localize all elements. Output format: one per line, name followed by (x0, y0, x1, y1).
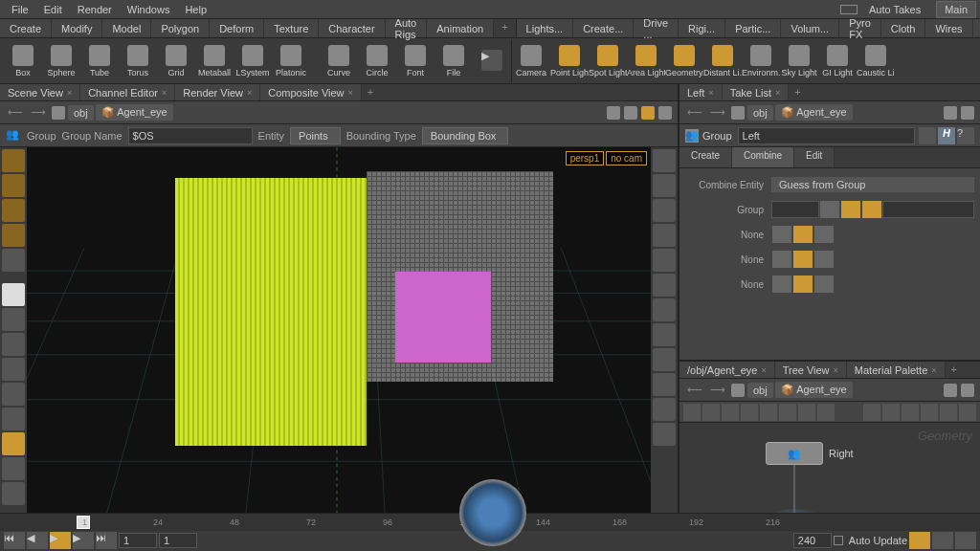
add-tab-icon[interactable]: + (946, 362, 963, 378)
display-btn[interactable] (653, 348, 676, 371)
tab-channel-editor[interactable]: Channel Editor× (80, 84, 175, 100)
combine-entity-dropdown[interactable]: Guess from Group (771, 177, 974, 192)
shelf-tab[interactable]: Animation (427, 19, 494, 37)
shelf-tab[interactable]: Fur (973, 19, 980, 37)
tool-gilight[interactable]: GI Light (818, 40, 857, 82)
close-icon[interactable]: × (348, 88, 353, 98)
tool-torus[interactable]: Torus (119, 40, 157, 82)
tab-create[interactable]: Create (679, 147, 732, 167)
op-btn[interactable] (793, 276, 813, 293)
menu-btn[interactable] (772, 251, 791, 268)
display-btn[interactable] (653, 298, 676, 321)
display-btn[interactable] (653, 423, 676, 446)
next-frame-button[interactable]: ▶ (73, 532, 94, 549)
view-icon[interactable] (624, 106, 637, 120)
shelf-tab[interactable]: Auto Rigs (386, 19, 428, 37)
tab-path[interactable]: /obj/Agent_eye× (679, 362, 775, 378)
net-btn[interactable] (702, 404, 720, 421)
net-btn[interactable] (882, 404, 900, 421)
take-menu-dropdown[interactable]: Main (936, 1, 976, 18)
menu-edit[interactable]: Edit (36, 2, 70, 17)
close-icon[interactable]: × (247, 88, 252, 98)
tool-more[interactable]: ▶ (473, 40, 511, 82)
net-btn[interactable] (817, 404, 835, 421)
node-right[interactable]: 👥 Right (766, 442, 854, 465)
home-icon[interactable] (52, 106, 65, 120)
tool-circle[interactable]: Circle (358, 40, 396, 82)
tool-pointlight[interactable]: Point Light (550, 40, 589, 82)
display-btn[interactable] (653, 199, 676, 222)
close-icon[interactable]: × (708, 88, 713, 98)
display-btn[interactable] (653, 224, 676, 247)
group-name-input[interactable] (128, 127, 253, 144)
shelf-tab[interactable]: Pyro FX (839, 19, 881, 37)
cancel-button[interactable] (955, 532, 976, 549)
group-field[interactable] (771, 201, 819, 218)
tool-grid[interactable]: Grid (157, 40, 195, 82)
tool-curve[interactable]: Curve (320, 40, 358, 82)
tool-box[interactable]: Box (4, 40, 42, 82)
path-obj[interactable]: obj (747, 383, 773, 398)
add-tab-icon[interactable]: + (789, 84, 806, 100)
shelf-tab[interactable]: Volum... (781, 19, 839, 37)
home-icon[interactable] (731, 384, 745, 397)
op-btn[interactable] (814, 226, 834, 243)
move-tool[interactable] (2, 308, 25, 331)
pin-icon[interactable] (607, 106, 620, 120)
gear-icon[interactable] (919, 127, 936, 144)
tool-btn[interactable] (2, 249, 25, 272)
tab-composite-view[interactable]: Composite View× (260, 84, 362, 100)
close-icon[interactable]: × (775, 88, 780, 98)
current-frame-input[interactable] (159, 533, 197, 548)
menu-render[interactable]: Render (70, 2, 120, 17)
h-icon[interactable]: H (938, 127, 955, 144)
help-icon[interactable]: ? (957, 127, 974, 144)
display-btn[interactable] (653, 174, 676, 197)
tab-edit[interactable]: Edit (794, 147, 835, 167)
tool-tube[interactable]: Tube (80, 40, 119, 82)
auto-update-checkbox[interactable] (834, 536, 843, 545)
tool-btn[interactable] (2, 408, 25, 430)
menu-btn[interactable] (772, 276, 791, 293)
tool-btn[interactable] (2, 383, 25, 406)
close-icon[interactable]: × (67, 88, 72, 98)
prev-frame-button[interactable]: ◀ (27, 532, 48, 549)
tool-font[interactable]: Font (396, 40, 434, 82)
tool-distantlight[interactable]: Distant Li... (703, 40, 742, 82)
nav-fwd-icon[interactable]: ⟶ (706, 106, 729, 119)
shelf-tab[interactable]: Drive ... (634, 19, 679, 37)
home-icon[interactable] (731, 106, 745, 120)
tool-envlight[interactable]: Environm... (742, 40, 780, 82)
path-obj[interactable]: obj (747, 105, 773, 121)
shelf-tab[interactable]: Character (319, 19, 385, 37)
menu-file[interactable]: File (4, 2, 36, 17)
group-field2[interactable] (882, 201, 974, 218)
shelf-tab[interactable]: Polygon (151, 19, 210, 37)
tool-geomlight[interactable]: Geometry... (665, 40, 703, 82)
entity-dropdown[interactable]: Points (290, 127, 341, 144)
display-btn[interactable] (653, 274, 676, 297)
nav-fwd-icon[interactable]: ⟶ (27, 106, 50, 119)
select-tool[interactable] (2, 149, 25, 172)
net-btn[interactable] (959, 404, 976, 421)
tool-camera[interactable]: Camera (512, 40, 550, 82)
shelf-tab[interactable]: Wires (925, 19, 972, 37)
flag-icon[interactable] (641, 106, 655, 120)
menu-help[interactable]: Help (177, 2, 214, 17)
close-icon[interactable]: × (761, 365, 766, 375)
tool-btn[interactable] (2, 224, 25, 247)
shelf-tab[interactable]: Modify (52, 19, 102, 37)
path-obj[interactable]: obj (68, 105, 94, 121)
arrow-tool[interactable] (2, 283, 25, 306)
start-frame-input[interactable] (119, 533, 157, 548)
group-menu-btn[interactable] (820, 201, 839, 218)
shelf-tab[interactable]: Lights... (517, 19, 574, 37)
tab-left[interactable]: Left× (679, 84, 723, 100)
net-btn[interactable] (921, 404, 938, 421)
settings-button[interactable] (932, 532, 953, 549)
camera-badge[interactable]: persp1 (566, 151, 605, 165)
update-button[interactable] (909, 532, 930, 549)
op-btn[interactable] (814, 276, 834, 293)
end-frame-input[interactable] (793, 533, 832, 548)
scale-tool[interactable] (2, 358, 25, 381)
